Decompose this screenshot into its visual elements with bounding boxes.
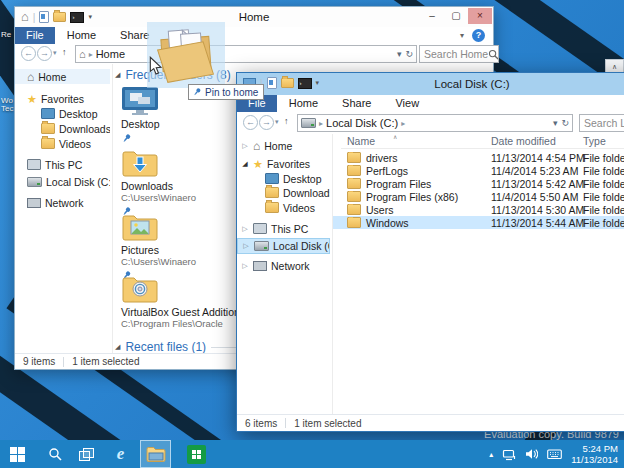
sidebar-item-favorites[interactable]: ★Favorites bbox=[15, 91, 110, 106]
tab-home[interactable]: Home bbox=[277, 95, 330, 112]
title-bar[interactable]: | › ▾ Local Disk (C:) bbox=[237, 73, 624, 95]
network-icon[interactable] bbox=[502, 448, 516, 461]
search-input[interactable]: Search Home bbox=[419, 45, 499, 63]
header-divider bbox=[341, 148, 624, 149]
tab-share[interactable]: Share bbox=[330, 95, 383, 112]
local-disk-explorer-window[interactable]: | › ▾ Local Disk (C:) File Home Share Vi… bbox=[236, 72, 624, 432]
expander-icon[interactable]: ◢ bbox=[241, 160, 249, 168]
search-button[interactable] bbox=[39, 440, 70, 468]
navigation-pane: ⌂Home ★Favorites Desktop Downloads Video… bbox=[15, 64, 113, 353]
expander-icon[interactable]: ▷ bbox=[241, 142, 249, 150]
maximize-button[interactable]: ▢ bbox=[444, 8, 468, 24]
sidebar-item-network[interactable]: ▷Network bbox=[237, 258, 330, 273]
column-header-date-modified[interactable]: Date modified bbox=[491, 135, 583, 147]
minimize-button[interactable]: – bbox=[420, 8, 444, 24]
sidebar-item-home[interactable]: ▷⌂Home bbox=[237, 138, 330, 153]
file-explorer-icon bbox=[146, 446, 166, 462]
system-tray: ▴ 5:24 PM 11/13/2014 bbox=[489, 443, 624, 465]
internet-explorer-icon: e bbox=[117, 444, 125, 464]
sidebar-item-favorites[interactable]: ◢★Favorites bbox=[237, 156, 330, 171]
sidebar-item-local-disk[interactable]: ▷Local Disk (C:) bbox=[237, 238, 330, 254]
sidebar-item-this-pc[interactable]: ▷This PC bbox=[237, 221, 330, 236]
recent-locations-chevron-icon[interactable]: ▾ bbox=[53, 49, 57, 57]
breadcrumb[interactable]: Home bbox=[96, 48, 125, 60]
file-list: ∧ Name Date modified Type drivers11/13/2… bbox=[333, 134, 624, 414]
tab-file[interactable]: File bbox=[15, 27, 55, 44]
file-row[interactable]: Program Files11/13/2014 5:42 AMFile fold… bbox=[333, 177, 624, 190]
file-row[interactable]: Users11/13/2014 5:30 AMFile folder bbox=[333, 203, 624, 216]
breadcrumb[interactable]: Local Disk (C:) bbox=[326, 117, 398, 129]
file-row-selected[interactable]: Windows11/13/2014 5:44 AMFile folder bbox=[333, 216, 624, 229]
address-bar-row: ← → ▾ ↑ ⌂ ▸ Home ▾ ↻ Search Home bbox=[15, 44, 493, 64]
virtualbox-tile-icon bbox=[121, 274, 251, 304]
store-button[interactable] bbox=[181, 440, 212, 468]
collapse-triangle-icon[interactable]: ◢ bbox=[115, 343, 120, 351]
sidebar-item-network[interactable]: Network bbox=[15, 195, 110, 210]
help-icon[interactable]: ? bbox=[472, 29, 485, 42]
desktop-icon-label[interactable]: Re bbox=[1, 30, 11, 39]
file-explorer-button[interactable] bbox=[140, 440, 171, 468]
sidebar-item-videos[interactable]: Videos bbox=[237, 200, 330, 215]
up-button[interactable]: ↑ bbox=[284, 116, 289, 126]
clock[interactable]: 5:24 PM 11/13/2014 bbox=[571, 443, 618, 465]
expander-icon[interactable]: ▷ bbox=[241, 262, 249, 270]
desktop-icon bbox=[41, 108, 55, 119]
frequent-folder-tile[interactable]: Downloads C:\Users\Winaero bbox=[121, 148, 251, 221]
address-dropdown-chevron-icon[interactable]: ▾ bbox=[553, 118, 558, 128]
back-button[interactable]: ← bbox=[21, 46, 36, 61]
tab-view[interactable]: View bbox=[383, 95, 431, 112]
address-field[interactable]: ⌂ ▸ Home ▾ ↻ bbox=[75, 45, 417, 63]
recent-locations-chevron-icon[interactable]: ▾ bbox=[275, 118, 279, 126]
file-row[interactable]: drivers11/13/2014 4:54 PMFile folder bbox=[333, 151, 624, 164]
sidebar-item-videos[interactable]: Videos bbox=[15, 136, 110, 151]
forward-button[interactable]: → bbox=[37, 46, 52, 61]
address-bar-row: ← → ▾ ↑ ▸ Local Disk (C:) ▸ ▾ ↻ Search L… bbox=[237, 112, 624, 134]
show-hidden-icons-chevron[interactable]: ▴ bbox=[489, 450, 493, 459]
address-field[interactable]: ▸ Local Disk (C:) ▸ ▾ ↻ bbox=[297, 114, 573, 132]
back-button[interactable]: ← bbox=[243, 115, 258, 130]
frequent-folder-tile[interactable]: VirtualBox Guest Additions C:\Program Fi… bbox=[121, 274, 251, 329]
desktop-icon bbox=[265, 173, 279, 184]
breadcrumb-separator: ▸ bbox=[89, 50, 93, 59]
up-button[interactable]: ↑ bbox=[62, 47, 67, 57]
column-header-name[interactable]: Name bbox=[333, 135, 491, 147]
status-separator bbox=[285, 418, 286, 428]
file-row[interactable]: Program Files (x86)11/4/2014 5:50 AMFile… bbox=[333, 190, 624, 203]
title-bar[interactable]: ⌂ | › ▾ Home – ▢ × bbox=[15, 7, 493, 27]
expander-icon[interactable]: ▷ bbox=[242, 242, 250, 250]
sidebar-item-desktop[interactable]: Desktop bbox=[237, 171, 330, 186]
sidebar-item-home[interactable]: ⌂Home bbox=[15, 69, 110, 84]
item-count: 6 items bbox=[245, 418, 277, 429]
sidebar-item-local-disk[interactable]: Local Disk (C:) bbox=[15, 174, 110, 189]
videos-folder-icon bbox=[41, 138, 55, 149]
sidebar-item-desktop[interactable]: Desktop bbox=[15, 106, 110, 121]
close-button[interactable]: × bbox=[468, 8, 492, 24]
address-dropdown-chevron-icon[interactable]: ▾ bbox=[397, 49, 402, 59]
forward-button[interactable]: → bbox=[259, 115, 274, 130]
item-count: 9 items bbox=[23, 356, 55, 367]
volume-icon[interactable] bbox=[525, 448, 538, 460]
sidebar-item-this-pc[interactable]: This PC bbox=[15, 157, 110, 172]
expander-icon[interactable]: ▷ bbox=[241, 225, 249, 233]
hard-drive-icon bbox=[254, 241, 269, 251]
internet-explorer-button[interactable]: e bbox=[105, 440, 136, 468]
status-bar: 6 items 1 item selected bbox=[237, 414, 624, 431]
tab-home[interactable]: Home bbox=[55, 27, 108, 44]
star-icon: ★ bbox=[27, 94, 37, 104]
folder-icon bbox=[347, 204, 361, 215]
search-input[interactable]: Search Local bbox=[579, 114, 624, 132]
sidebar-item-downloads[interactable]: Downloads bbox=[15, 121, 110, 136]
task-view-button[interactable] bbox=[70, 440, 101, 468]
desktop-icon-label[interactable]: Tec bbox=[1, 104, 13, 113]
start-button[interactable] bbox=[2, 440, 33, 468]
downloads-tile-icon bbox=[121, 148, 251, 178]
refresh-icon[interactable]: ↻ bbox=[561, 118, 569, 128]
column-header-type[interactable]: Type bbox=[583, 135, 624, 147]
sidebar-item-downloads[interactable]: Downloads bbox=[237, 185, 330, 200]
ribbon-tab-row: File Home Share View bbox=[237, 95, 624, 113]
file-row[interactable]: PerfLogs11/4/2014 5:23 AMFile folder bbox=[333, 164, 624, 177]
touch-keyboard-icon[interactable] bbox=[547, 448, 562, 460]
collapse-triangle-icon[interactable]: ◢ bbox=[115, 71, 120, 79]
refresh-icon[interactable]: ↻ bbox=[405, 49, 413, 59]
expand-ribbon-chevron-icon[interactable]: ▾ bbox=[460, 31, 464, 40]
